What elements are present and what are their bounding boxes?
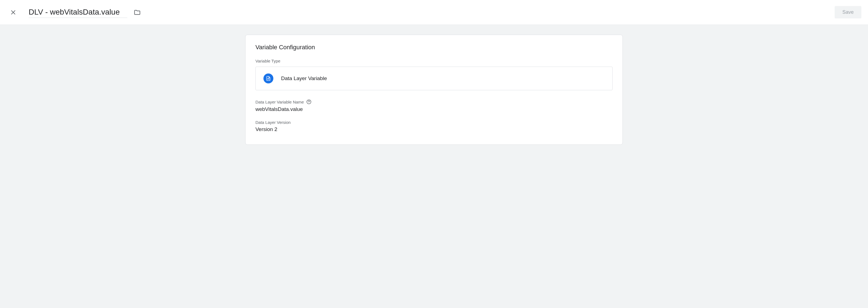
dlv-name-label: Data Layer Variable Name xyxy=(255,99,613,105)
content-area: Variable Configuration Variable Type Dat… xyxy=(0,25,868,308)
dlv-name-field: Data Layer Variable Name webVitalsData.v… xyxy=(255,99,613,112)
data-layer-variable-icon xyxy=(264,73,273,83)
header-bar: Save xyxy=(0,0,868,25)
close-button[interactable] xyxy=(7,6,20,19)
variable-type-selector[interactable]: Data Layer Variable xyxy=(255,67,613,90)
card-title: Variable Configuration xyxy=(255,44,613,51)
variable-name-input[interactable] xyxy=(29,7,127,18)
save-button[interactable]: Save xyxy=(835,6,861,19)
folder-icon xyxy=(134,9,141,16)
variable-configuration-card: Variable Configuration Variable Type Dat… xyxy=(245,35,623,145)
dlv-version-label: Data Layer Version xyxy=(255,120,613,125)
folder-button[interactable] xyxy=(132,7,143,18)
variable-type-label: Variable Type xyxy=(255,59,613,63)
svg-point-3 xyxy=(309,103,309,103)
variable-type-value: Data Layer Variable xyxy=(281,75,327,81)
dlv-version-value: Version 2 xyxy=(255,126,613,132)
help-icon[interactable] xyxy=(306,99,312,105)
close-icon xyxy=(10,9,17,16)
dlv-version-field: Data Layer Version Version 2 xyxy=(255,120,613,132)
dlv-name-value: webVitalsData.value xyxy=(255,106,613,112)
